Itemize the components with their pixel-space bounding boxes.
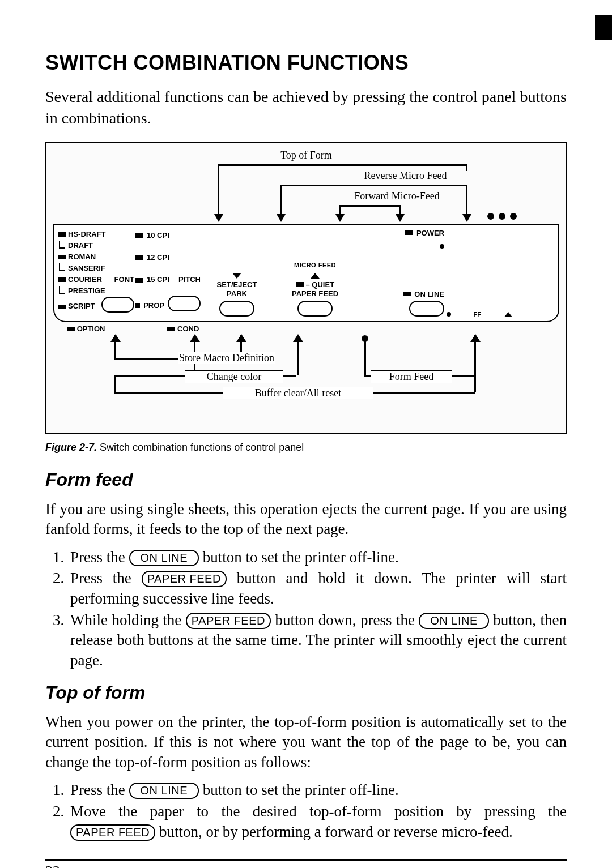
label-store-macro: Store Macro Definition [178,352,275,364]
form-feed-step-1: Press the ON LINE button to set the prin… [68,548,567,568]
footer-rule [45,859,567,861]
keycap-online: ON LINE [129,783,199,799]
pitch-list: 10 CPI 12 CPI 15 CPI PITCH PROP [135,229,201,317]
keycap-paper-feed: PAPER FEED [142,571,227,587]
paper-feed-button[interactable] [298,301,333,317]
dot-icon [447,312,451,317]
figure-panel-diagram: Top of Form Reverse Micro Feed Forward M… [45,142,567,434]
ff-arrow-icon [505,312,512,317]
font-prestige: PRESTIGE [68,285,105,297]
top-of-form-steps: Press the ON LINE button to set the prin… [45,780,567,842]
form-feed-steps: Press the ON LINE button to set the prin… [45,548,567,671]
pitch-prop: PROP [143,299,164,313]
label-forward-micro-feed: Forward Micro-Feed [303,190,491,202]
form-feed-step-2: Press the PAPER FEED button and hold it … [68,568,567,609]
heading-form-feed: Form feed [45,469,567,490]
figure-caption-number: Figure 2-7. [45,442,97,453]
top-of-form-step-1: Press the ON LINE button to set the prin… [68,780,567,801]
label-form-feed: Form Feed [371,370,452,383]
set-eject-label: SET/EJECT [217,281,257,289]
power-label: POWER [416,229,444,237]
pitch-button[interactable] [168,296,201,311]
label-top-of-form: Top of Form [53,149,559,161]
heading-top-of-form: Top of form [45,682,567,703]
form-feed-step-3: While holding the PAPER FEED button down… [68,610,567,671]
paper-feed-label: PAPER FEED [292,290,338,298]
keycap-paper-feed: PAPER FEED [186,613,271,629]
keycap-online: ON LINE [129,550,199,566]
pitch-15cpi: 15 CPI [147,273,169,287]
online-label: ON LINE [414,290,444,298]
set-eject-button[interactable] [219,301,254,317]
font-draft: DRAFT [68,240,93,251]
micro-feed-down-icon [232,273,241,279]
font-roman: ROMAN [68,251,96,263]
font-hs-draft: HS-DRAFT [68,229,105,240]
park-label: PARK [227,290,247,298]
font-sanserif: SANSERIF [68,263,105,274]
ff-label: FF [474,311,481,318]
label-reverse-micro-feed: Reverse Micro Feed [286,170,525,182]
cond-label: COND [177,324,199,333]
intro-paragraph: Several additional functions can be achi… [45,86,567,129]
figure-caption: Figure 2-7. Switch combination functions… [45,442,567,454]
keycap-online: ON LINE [419,613,489,629]
label-buffer-clear: Buffer clear/All reset [223,387,373,399]
control-panel: HS-DRAFT DRAFT ROMAN SANSERIF COURIER FO… [53,224,559,322]
online-button[interactable] [409,301,444,317]
scan-corner-mark [595,15,612,40]
quiet-label: QUIET [312,280,334,289]
form-feed-intro: If you are using single sheets, this ope… [45,499,567,540]
document-page: SWITCH COMBINATION FUNCTIONS Several add… [0,0,612,868]
font-button-label: FONT [114,274,134,285]
pitch-10cpi: 10 CPI [147,229,169,243]
pitch-12cpi: 12 CPI [147,251,169,265]
font-courier: COURIER [68,274,102,285]
micro-feed-label: MICRO FEED [294,262,336,268]
page-title: SWITCH COMBINATION FUNCTIONS [45,51,567,75]
font-script: SCRIPT [68,301,95,312]
pitch-button-label: PITCH [178,273,201,287]
micro-feed-up-icon [311,273,320,279]
font-button[interactable] [101,297,134,313]
figure-caption-text: Switch combination functions of control … [97,442,304,453]
top-of-form-step-2: Move the paper to the desired top-of-for… [68,802,567,842]
top-of-form-intro: When you power on the printer, the top-o… [45,712,567,773]
font-list: HS-DRAFT DRAFT ROMAN SANSERIF COURIER FO… [58,229,134,317]
label-change-color: Change color [185,370,283,383]
page-number: 32 [45,863,567,868]
option-label: OPTION [77,324,105,333]
keycap-paper-feed: PAPER FEED [70,824,155,841]
